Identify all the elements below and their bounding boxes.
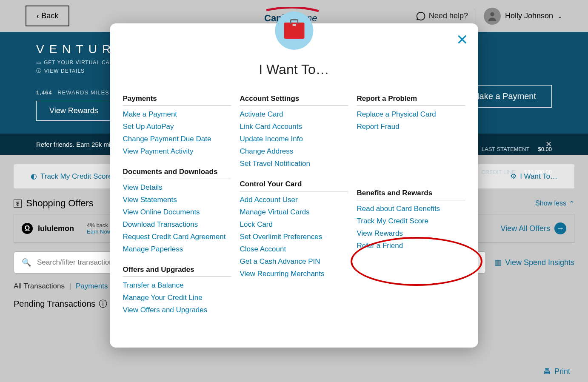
user-menu[interactable]: Holly Johnson ⌄ — [484, 8, 562, 25]
link-manage-virtual-cards[interactable]: Manage Virtual Cards — [240, 208, 348, 217]
search-icon: 🔍 — [22, 258, 31, 267]
link-link-card-accounts[interactable]: Link Card Accounts — [240, 123, 348, 131]
offer-earn-link[interactable]: Earn Now — [87, 228, 111, 235]
briefcase-icon — [284, 23, 304, 39]
header-right: Need help? Holly Johnson ⌄ — [416, 8, 562, 25]
credit-meter-icon: ◐ — [31, 172, 37, 181]
link-change-due-date[interactable]: Change Payment Due Date — [123, 135, 231, 143]
print-icon: 🖶 — [543, 367, 551, 376]
group-documents: Documents and Downloads View Details Vie… — [123, 168, 231, 254]
link-setup-autopay[interactable]: Set Up AutoPay — [123, 123, 231, 131]
link-view-payment-activity[interactable]: View Payment Activity — [123, 147, 231, 156]
group-benefits-rewards: Benefits and Rewards Read about Card Ben… — [357, 189, 465, 250]
spend-insights-link[interactable]: ▥ View Spend Insights — [494, 258, 574, 267]
bar-chart-icon: ▥ — [494, 258, 502, 267]
link-lock-card[interactable]: Lock Card — [240, 220, 348, 229]
group-title: Control Your Card — [240, 180, 348, 191]
show-less-toggle[interactable]: Show less ⌃ — [535, 200, 574, 208]
group-report-problem: Report a Problem Replace a Physical Card… — [357, 94, 465, 131]
link-update-income[interactable]: Update Income Info — [240, 135, 348, 143]
header-divider — [476, 9, 476, 24]
group-title: Documents and Downloads — [123, 168, 231, 179]
link-view-online-docs[interactable]: View Online Documents — [123, 208, 231, 217]
track-credit-link[interactable]: ◐ Track My Credit Score — [31, 172, 112, 181]
tab-payments[interactable]: Payments — [76, 282, 108, 290]
link-manage-paperless[interactable]: Manage Paperless — [123, 245, 231, 254]
chevron-left-icon: ‹ — [37, 12, 39, 20]
modal-columns: Payments Make a Payment Set Up AutoPay C… — [123, 94, 465, 326]
link-change-address[interactable]: Change Address — [240, 147, 348, 156]
group-offers-upgrades: Offers and Upgrades Transfer a Balance M… — [123, 265, 231, 314]
rewards-miles: 1,464 REWARDS MILES — [36, 89, 111, 96]
link-transfer-balance[interactable]: Transfer a Balance — [123, 281, 231, 290]
link-close-account[interactable]: Close Account — [240, 245, 348, 254]
chevron-down-icon: ⌄ — [557, 13, 562, 20]
modal-close-button[interactable]: ✕ — [456, 31, 468, 48]
help-label: Need help? — [429, 11, 468, 20]
link-replace-card[interactable]: Replace a Physical Card — [357, 110, 465, 119]
view-all-offers-link[interactable]: View All Offers → — [501, 222, 566, 234]
i-want-to-modal: ✕ I Want To… Payments Make a Payment Set… — [110, 23, 478, 348]
view-rewards-button[interactable]: View Rewards — [36, 101, 111, 121]
banner-text: Refer friends. Earn 25k miles. — [36, 141, 120, 148]
modal-badge — [275, 11, 313, 50]
shopping-offers-title: $ Shopping Offers — [14, 198, 94, 209]
offer-details: 4% back Earn Now — [87, 222, 111, 235]
link-card-benefits[interactable]: Read about Card Benefits — [357, 205, 465, 213]
money-icon: $ — [14, 200, 22, 208]
info-icon[interactable]: ⓘ — [99, 298, 107, 310]
card-icon: ▭ — [36, 60, 41, 66]
offer-item[interactable]: Ω lululemon — [22, 223, 74, 234]
print-link[interactable]: 🖶 Print — [543, 367, 570, 376]
merchant-name: lululemon — [38, 224, 74, 233]
svg-point-2 — [490, 12, 494, 16]
back-label: Back — [41, 11, 58, 20]
link-view-details[interactable]: View Details — [123, 183, 231, 192]
link-report-fraud[interactable]: Report Fraud — [357, 123, 465, 131]
link-cash-advance-pin[interactable]: Get a Cash Advance PIN — [240, 257, 348, 266]
group-title: Benefits and Rewards — [357, 189, 465, 200]
link-add-account-user[interactable]: Add Account User — [240, 196, 348, 204]
group-account-settings: Account Settings Activate Card Link Card… — [240, 94, 348, 168]
merchant-logo-icon: Ω — [22, 223, 33, 234]
link-recurring-merchants[interactable]: View Recurring Merchants — [240, 270, 348, 278]
modal-title: I Want To… — [123, 62, 465, 77]
arrow-right-circle-icon: → — [554, 222, 566, 234]
link-request-card-agreement[interactable]: Request Credit Card Agreement — [123, 233, 231, 241]
need-help-link[interactable]: Need help? — [416, 11, 468, 21]
link-view-statements[interactable]: View Statements — [123, 196, 231, 204]
user-name: Holly Johnson — [505, 11, 553, 20]
link-track-credit-score[interactable]: Track My Credit Score — [357, 217, 465, 225]
avatar-icon — [484, 8, 501, 25]
offer-back: 4% back — [87, 222, 111, 228]
back-button[interactable]: ‹ Back — [26, 6, 69, 26]
link-view-rewards[interactable]: View Rewards — [357, 229, 465, 238]
tab-all-transactions[interactable]: All Transactions — [14, 282, 65, 290]
last-statement-stat: LAST STATEMENT $0.00 — [482, 146, 552, 152]
group-control-card: Control Your Card Add Account User Manag… — [240, 180, 348, 278]
group-title: Account Settings — [240, 94, 348, 106]
chevron-up-icon: ⌃ — [569, 200, 574, 208]
link-refer-a-friend[interactable]: Refer a Friend — [357, 242, 465, 250]
link-download-transactions[interactable]: Download Transactions — [123, 220, 231, 229]
link-make-payment[interactable]: Make a Payment — [123, 110, 231, 119]
link-activate-card[interactable]: Activate Card — [240, 110, 348, 119]
credit-line-stat: CREDIT LINE $30,000.00 — [481, 169, 552, 175]
info-icon: ⓘ — [36, 67, 42, 74]
link-set-overlimit[interactable]: Set Overlimit Preferences — [240, 233, 348, 241]
group-title: Offers and Upgrades — [123, 265, 231, 277]
link-manage-credit-line[interactable]: Manage Your Credit Line — [123, 294, 231, 302]
help-chat-icon — [416, 11, 425, 21]
group-title: Report a Problem — [357, 94, 465, 106]
link-set-travel-notification[interactable]: Set Travel Notification — [240, 160, 348, 168]
group-payments: Payments Make a Payment Set Up AutoPay C… — [123, 94, 231, 156]
group-title: Payments — [123, 94, 231, 106]
link-view-offers-upgrades[interactable]: View Offers and Upgrades — [123, 306, 231, 314]
